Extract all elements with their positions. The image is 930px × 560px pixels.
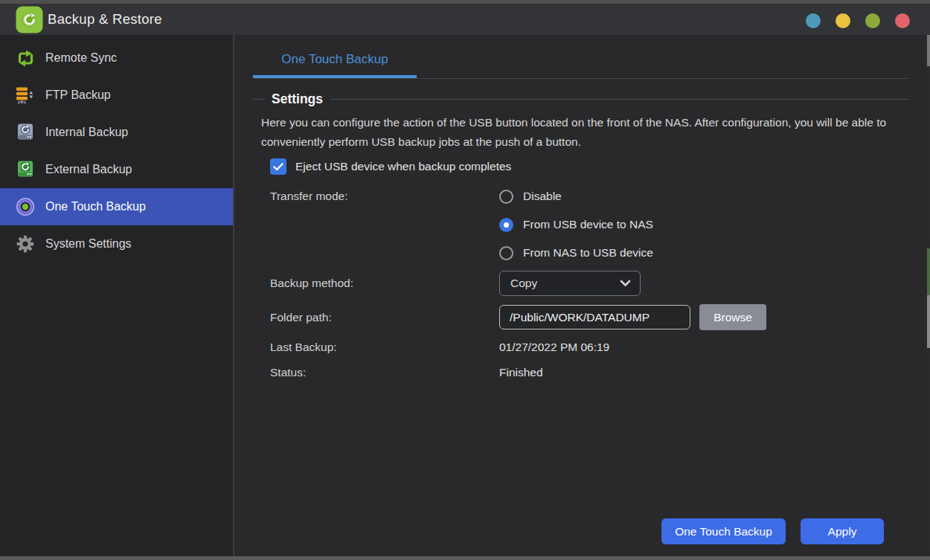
eject-usb-checkbox[interactable] <box>270 158 286 175</box>
backup-method-label: Backup method: <box>270 276 353 291</box>
sidebar-item-internal-backup[interactable]: Internal Backup <box>0 114 233 151</box>
status-dot-red[interactable] <box>895 13 910 28</box>
sidebar-item-system-settings[interactable]: System Settings <box>0 225 233 263</box>
sidebar-item-label: FTP Backup <box>45 88 111 102</box>
internal-backup-icon <box>15 122 36 143</box>
backup-restore-app-icon <box>16 6 43 33</box>
last-backup-value: 01/27/2022 PM 06:19 <box>499 340 609 355</box>
system-settings-gear-icon <box>15 234 36 254</box>
sidebar-item-one-touch-backup[interactable]: One Touch Backup <box>0 188 233 225</box>
desktop-edge-sliver <box>927 35 930 556</box>
main-content: One Touch Backup Settings Here you can c… <box>236 35 927 556</box>
radio-label: From USB device to NAS <box>523 218 653 231</box>
status-label: Status: <box>270 365 306 380</box>
sidebar-nav: Remote Sync <box>0 35 234 556</box>
tab-one-touch-backup[interactable]: One Touch Backup <box>253 41 417 78</box>
sidebar-item-label: External Backup <box>45 163 132 176</box>
one-touch-backup-icon <box>15 196 36 217</box>
one-touch-backup-button[interactable]: One Touch Backup <box>661 518 786 544</box>
status-value: Finished <box>499 365 543 380</box>
radio-button[interactable] <box>499 190 513 204</box>
settings-section-header: Settings <box>253 90 909 108</box>
sidebar-item-label: System Settings <box>45 237 132 251</box>
radio-button[interactable] <box>499 246 513 260</box>
settings-description: Here you can configure the action of the… <box>261 113 904 152</box>
backup-method-dropdown[interactable]: Copy <box>499 271 641 296</box>
apply-button[interactable]: Apply <box>801 518 884 544</box>
legend-dash <box>253 99 265 100</box>
remote-sync-icon <box>15 48 36 68</box>
folder-path-label: Folder path: <box>270 310 332 325</box>
tabbar-divider <box>253 78 909 79</box>
radio-option-nas-to-usb[interactable]: From NAS to USB device <box>499 245 653 260</box>
eject-usb-row: Eject USB device when backup completes <box>270 158 511 176</box>
browse-button[interactable]: Browse <box>699 304 766 330</box>
app-title: Backup & Restore <box>48 4 162 35</box>
status-dot-blue[interactable] <box>806 13 821 28</box>
radio-label: From NAS to USB device <box>523 246 653 260</box>
sidebar-item-ftp-backup[interactable]: FTP Backup <box>0 77 233 114</box>
external-backup-icon <box>15 159 36 180</box>
ftp-backup-icon <box>15 85 36 106</box>
chevron-down-icon <box>620 280 631 287</box>
radio-option-disable[interactable]: Disable <box>499 189 653 204</box>
folder-path-input[interactable] <box>499 305 690 329</box>
checkmark-icon <box>273 163 283 171</box>
radio-label: Disable <box>523 190 562 203</box>
radio-option-usb-to-nas[interactable]: From USB device to NAS <box>499 217 653 232</box>
backup-method-value: Copy <box>510 277 620 290</box>
window-bottom-edge <box>0 556 930 560</box>
sidebar-item-label: One Touch Backup <box>45 200 146 213</box>
sidebar-item-label: Remote Sync <box>45 51 117 65</box>
sidebar-item-external-backup[interactable]: External Backup <box>0 151 233 188</box>
transfer-mode-label: Transfer mode: <box>270 189 348 204</box>
sidebar-item-label: Internal Backup <box>45 126 128 139</box>
sidebar-item-remote-sync[interactable]: Remote Sync <box>0 39 233 77</box>
window-titlebar: Backup & Restore <box>0 0 930 35</box>
transfer-mode-radio-group: Disable From USB device to NAS From NAS … <box>499 189 653 274</box>
section-title: Settings <box>272 91 323 107</box>
status-dot-yellow[interactable] <box>836 13 850 28</box>
eject-usb-label: Eject USB device when backup completes <box>295 160 511 173</box>
last-backup-label: Last Backup: <box>270 340 337 355</box>
radio-button-selected[interactable] <box>499 218 513 232</box>
legend-line <box>330 99 909 100</box>
status-dot-green[interactable] <box>865 13 880 28</box>
